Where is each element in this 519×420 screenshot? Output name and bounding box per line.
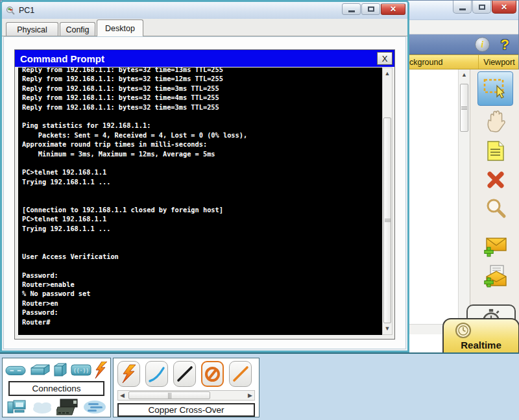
select-icon — [483, 78, 509, 99]
minimize-icon — [348, 10, 355, 12]
bottom-bar: ((·)) Connections — [0, 352, 519, 420]
command-prompt-close-button[interactable]: X — [377, 52, 392, 65]
note-icon — [485, 140, 506, 162]
place-note-tool[interactable] — [477, 136, 513, 166]
terminal-scroll-thumb[interactable] — [383, 117, 391, 323]
scroll-right-icon[interactable]: ▶ — [248, 393, 252, 399]
thumb-grip-icon — [169, 393, 170, 399]
add-complex-pdu-icon — [484, 264, 507, 288]
selected-device-category-label: Connections — [8, 381, 104, 396]
main-minimize-button[interactable] — [453, 1, 472, 14]
help-icon: ? — [501, 36, 509, 53]
copper-straight-through-button[interactable] — [173, 361, 196, 387]
fiber-cable-button[interactable] — [229, 361, 252, 387]
realtime-mode-tab[interactable]: Realtime — [442, 318, 519, 353]
canvas-scroll-thumb[interactable] — [460, 84, 468, 132]
auto-connect-lightning-icon — [121, 364, 138, 384]
terminal-output[interactable]: Reply from 192.168.1.1: bytes=32 time=13… — [18, 68, 382, 335]
delete-tool[interactable] — [477, 166, 513, 193]
scroll-up-icon[interactable]: ▲ — [459, 72, 470, 78]
selected-connection-label: Copper Cross-Over — [117, 403, 255, 417]
help-button[interactable]: ? — [501, 36, 509, 53]
pc1-close-button[interactable]: ✕ — [381, 3, 405, 15]
command-prompt-titlebar[interactable]: Command Prompt X — [15, 50, 394, 67]
tab-desktop[interactable]: Desktop — [97, 19, 143, 36]
hand-icon — [485, 110, 507, 132]
close-icon: ✕ — [501, 3, 507, 11]
end-devices-icon[interactable] — [6, 398, 27, 416]
tab-config[interactable]: Config — [60, 22, 95, 36]
minimize-icon — [459, 8, 466, 10]
pc1-window-title: PC1 — [19, 6, 34, 15]
connections-lightning-icon[interactable] — [95, 362, 108, 378]
switch-icon[interactable] — [29, 363, 50, 377]
console-cable-button[interactable] — [145, 361, 168, 387]
copper-cross-over-button[interactable] — [201, 361, 224, 387]
add-simple-pdu-icon — [484, 235, 507, 257]
automatic-connection-button[interactable] — [117, 361, 140, 387]
device-icon — [6, 6, 16, 16]
select-tool[interactable] — [477, 71, 513, 106]
svg-text:((·)): ((·)) — [73, 368, 89, 374]
terminal-scrollbar[interactable]: ▲ ▼ — [382, 68, 392, 335]
pc1-maximize-button[interactable] — [361, 3, 380, 15]
wan-cloud-icon[interactable] — [32, 400, 53, 414]
pc1-titlebar[interactable]: PC1 ✕ — [2, 2, 407, 19]
pc1-minimize-button[interactable] — [342, 3, 361, 15]
fiber-cable-icon — [231, 364, 250, 384]
hub-icon[interactable] — [53, 362, 68, 378]
hand-tool[interactable] — [477, 106, 513, 136]
inspect-tool[interactable] — [477, 193, 513, 223]
pc1-tab-bar: Physical Config Desktop — [2, 19, 407, 36]
info-button[interactable]: i — [475, 37, 490, 52]
main-maximize-button[interactable] — [472, 1, 491, 14]
connection-scrollbar[interactable]: ◀ ▶ — [117, 390, 255, 401]
add-complex-pdu-tool[interactable] — [477, 260, 513, 291]
scroll-left-icon[interactable]: ◀ — [120, 393, 125, 399]
magnifier-icon — [485, 197, 507, 219]
scroll-up-icon[interactable]: ▲ — [383, 71, 392, 77]
clock-icon — [455, 322, 472, 339]
multiuser-cloud-icon[interactable] — [83, 399, 106, 415]
console-cable-icon — [147, 364, 167, 384]
wireless-device-icon[interactable]: ((·)) — [71, 363, 91, 377]
copper-cross-over-icon — [202, 364, 223, 384]
connection-type-palette: ◀ ▶ Copper Cross-Over — [113, 358, 260, 417]
thumb-grip-icon — [385, 220, 391, 221]
maximize-icon — [368, 6, 374, 12]
device-type-palette: ((·)) Connections — [2, 358, 111, 417]
thumb-grip-icon — [461, 108, 467, 108]
packet-tracer-screen: ✕ i ? Background Viewport ▲ ▶ — [0, 0, 519, 420]
connection-scroll-thumb[interactable] — [128, 391, 210, 399]
realtime-tab-label: Realtime — [444, 340, 518, 351]
router-icon[interactable] — [5, 363, 26, 377]
viewport-button[interactable]: Viewport — [479, 55, 519, 69]
close-icon: ✕ — [390, 5, 396, 13]
delete-x-icon — [486, 170, 505, 190]
tab-physical[interactable]: Physical — [6, 22, 58, 36]
info-icon: i — [481, 40, 484, 50]
command-prompt-window: Command Prompt X Reply from 192.168.1.1:… — [14, 49, 395, 340]
pc1-device-window: PC1 ✕ Physical Config Desktop Command Pr… — [0, 0, 409, 352]
add-simple-pdu-tool[interactable] — [477, 232, 513, 260]
main-close-button[interactable]: ✕ — [492, 1, 516, 14]
hardware-icon[interactable] — [56, 398, 78, 416]
maximize-icon — [479, 5, 485, 10]
command-prompt-title: Command Prompt — [20, 53, 104, 64]
copper-straight-icon — [175, 364, 195, 384]
scroll-down-icon[interactable]: ▼ — [383, 326, 392, 332]
